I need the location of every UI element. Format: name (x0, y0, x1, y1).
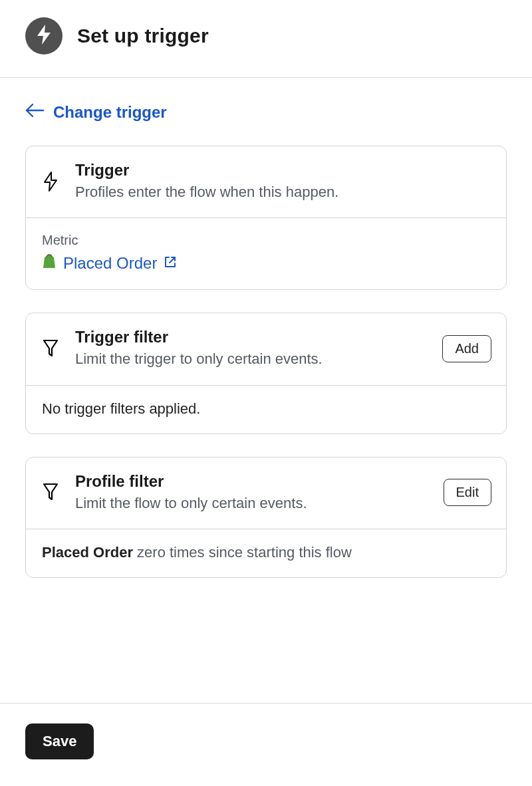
trigger-card-title: Trigger (75, 161, 491, 180)
trigger-filter-body-text: No trigger filters applied. (42, 400, 490, 418)
filter-icon (43, 339, 59, 360)
filter-icon (43, 483, 59, 504)
profile-filter-subtitle: Limit the flow to only certain events. (75, 494, 429, 513)
metric-label: Metric (42, 233, 490, 248)
metric-link[interactable]: Placed Order (42, 253, 177, 273)
profile-filter-body: Placed Order zero times since starting t… (26, 529, 506, 577)
profile-filter-title: Profile filter (75, 472, 429, 491)
add-button[interactable]: Add (442, 335, 491, 362)
back-link-change-trigger[interactable]: Change trigger (25, 102, 167, 146)
trigger-filter-card: Trigger filter Limit the trigger to only… (25, 313, 507, 434)
trigger-filter-header: Trigger filter Limit the trigger to only… (26, 313, 506, 384)
profile-filter-body-rest: zero times since starting this flow (133, 544, 352, 561)
edit-button[interactable]: Edit (444, 479, 491, 506)
back-link-label: Change trigger (53, 103, 167, 122)
trigger-card-body: Metric Placed Order (26, 217, 506, 289)
metric-value-text: Placed Order (63, 254, 157, 273)
arrow-left-icon (25, 103, 44, 122)
bolt-icon (43, 172, 58, 194)
main-content: Change trigger Trigger Profiles enter th… (0, 78, 532, 703)
trigger-card-header: Trigger Profiles enter the flow when thi… (26, 146, 506, 217)
bolt-icon-circle (25, 17, 63, 55)
svg-line-1 (170, 257, 175, 263)
trigger-card: Trigger Profiles enter the flow when thi… (25, 146, 507, 290)
external-link-icon (164, 254, 177, 273)
save-button[interactable]: Save (25, 723, 94, 759)
profile-filter-card: Profile filter Limit the flow to only ce… (25, 457, 507, 578)
bolt-icon (36, 25, 52, 47)
trigger-filter-body: No trigger filters applied. (26, 385, 506, 434)
footer: Save (0, 704, 532, 786)
profile-filter-body-bold: Placed Order (42, 544, 133, 561)
page-title: Set up trigger (77, 25, 209, 47)
shopify-icon (42, 253, 57, 273)
profile-filter-header: Profile filter Limit the flow to only ce… (26, 458, 506, 529)
page-header: Set up trigger (0, 0, 532, 77)
trigger-filter-title: Trigger filter (75, 328, 428, 347)
trigger-filter-subtitle: Limit the trigger to only certain events… (75, 350, 428, 369)
trigger-card-subtitle: Profiles enter the flow when this happen… (75, 183, 491, 202)
